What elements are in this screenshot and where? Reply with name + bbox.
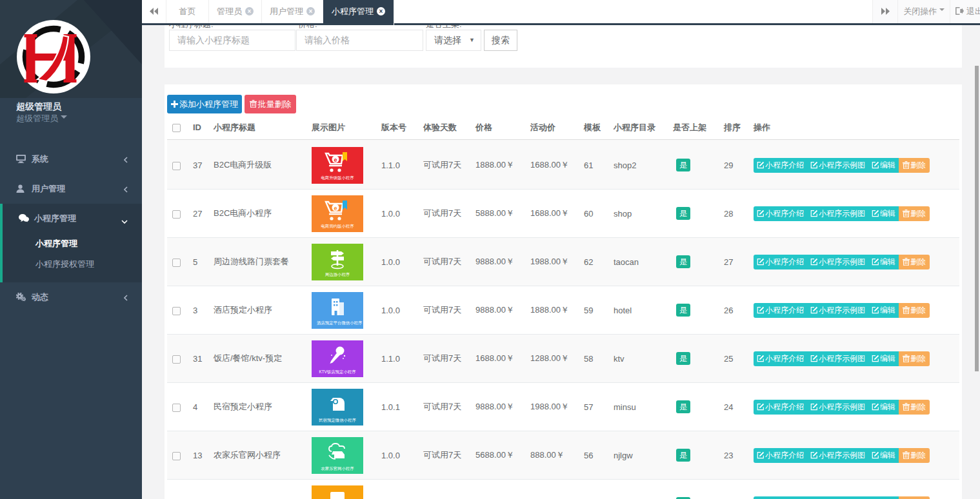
svg-text:e: e [334, 157, 337, 163]
svg-text:e: e [334, 205, 337, 211]
